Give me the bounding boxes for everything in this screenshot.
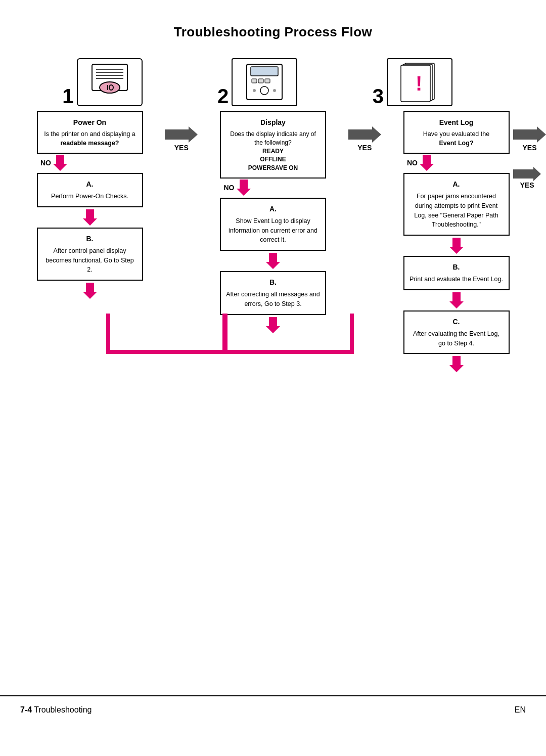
svg-marker-30 [449,292,464,308]
col3-box-b: B. Print and evaluate the Event Log. [403,256,510,290]
col3-title: Event Log [410,117,504,128]
col1-b-label: B. [43,234,137,244]
col3-arrow3 [449,292,464,308]
col3-b-text: Print and evaluate the Event Log. [410,275,504,284]
col3: Event Log Have you evaluated theEvent Lo… [402,111,511,374]
display-icon [242,62,287,103]
yes-arrow-3-final [513,167,541,181]
col2-b-text: After correcting all messages and errors… [226,290,320,309]
col2: Display Does the display indicate any of… [219,111,328,374]
step2-icon-box [232,58,297,106]
yes-label-23: YES [357,144,372,152]
svg-marker-23 [165,126,198,143]
yes-arrow-23 [348,126,381,143]
svg-text:!: ! [416,72,422,95]
svg-marker-26 [266,317,280,333]
col3-c-text: After evaluating the Event Log, go to St… [410,329,504,348]
svg-rect-9 [251,67,278,76]
col3-no-label: NO [407,155,434,171]
col2-header-box: Display Does the display indicate any of… [220,111,326,179]
icons-row: 1 [30,58,516,106]
col1-no-label: NO [40,155,67,171]
yes-arrow-12 [165,126,198,143]
footer: 7-4 Troubleshooting EN [0,695,546,723]
gap12: YES [164,111,199,374]
svg-point-14 [253,89,256,92]
col2-no-label: NO [224,180,251,196]
col2-title: Display [226,117,320,128]
footer-left: 7-4 Troubleshooting [20,705,92,715]
svg-rect-11 [258,79,263,83]
yes-label-final: YES [520,181,534,189]
svg-point-15 [273,89,276,92]
svg-marker-24 [237,180,251,196]
printer-icon [82,62,138,103]
svg-marker-27 [348,126,381,143]
col3-a-label: A. [410,179,504,190]
col3-yes-right: YES [513,167,541,189]
svg-marker-39 [513,167,541,181]
col2-arrow3 [266,317,280,333]
col2-box-a: A. Show Event Log to display information… [220,198,326,251]
col3-arrow2 [449,238,464,254]
col3-box-a: A. For paper jams encountered during att… [403,173,510,236]
step2-number: 2 [217,86,229,106]
col1-title: Power On [43,117,137,128]
col1-arrow2 [83,209,97,226]
yes-arrow-3-right: YES [513,126,546,152]
col3-box-c: C. After evaluating the Event Log, go to… [403,310,510,354]
col1-a-label: A. [43,179,137,190]
book-icon: ! [397,60,442,105]
col2-question: Does the display indicate any of the fol… [226,130,320,172]
svg-marker-22 [83,283,97,299]
svg-marker-20 [53,155,67,171]
step3-icon-box: ! [387,58,452,106]
svg-marker-29 [449,238,464,254]
svg-marker-25 [266,253,280,269]
svg-marker-32 [513,126,546,143]
svg-rect-10 [252,79,257,83]
col2-a-text: Show Event Log to display information on… [226,216,320,245]
col2-box-b: B. After correcting all messages and err… [220,271,326,315]
step2-icon-block: 2 [217,58,329,106]
col3-arrow4 [449,356,464,372]
flow-diagram: Power On Is the printer on and displayin… [30,111,516,374]
col3-b-label: B. [410,262,504,273]
col1-down-arrow [53,155,67,171]
col3-question: Have you evaluated theEvent Log? [410,130,504,148]
col2-b-label: B. [226,277,320,288]
gap23: YES [347,111,382,374]
svg-marker-21 [83,209,97,226]
col1-question: Is the printer on and displaying a reada… [43,130,137,148]
footer-section: Troubleshooting [34,705,92,714]
diagram-wrapper: 1 [30,58,516,374]
col1-box-b: B. After control panel display becomes f… [37,228,143,281]
footer-lang: EN [515,705,526,715]
col1-b-text: After control panel display becomes func… [43,246,137,275]
col1: Power On Is the printer on and displayin… [35,111,144,374]
step3-icon-block: 3 ! [373,58,484,106]
step1-icon-box [77,58,143,106]
col2-a-label: A. [226,204,320,214]
yes-arrow-right-3 [513,126,546,143]
col1-header-box: Power On Is the printer on and displayin… [37,111,143,154]
svg-marker-31 [449,356,464,372]
page-title: Troubleshooting Process Flow [0,0,546,55]
svg-point-13 [260,86,268,95]
col2-arrow2 [266,253,280,269]
col3-header-box: Event Log Have you evaluated theEvent Lo… [403,111,510,154]
footer-page: 7-4 [20,705,32,714]
main-content: Troubleshooting Process Flow 1 [0,0,546,723]
col3-down-arrow [420,155,434,171]
step1-number: 1 [62,86,73,106]
step1-icon-block: 1 [62,58,173,106]
cols-container: Power On Is the printer on and displayin… [30,111,516,374]
col1-arrow3 [83,283,97,299]
svg-rect-12 [265,79,270,83]
col3-c-label: C. [410,317,504,327]
col3-a-text: For paper jams encountered during attemp… [410,192,504,230]
yes-label-3: YES [522,144,536,152]
svg-marker-28 [420,155,434,171]
col2-down-arrow [237,180,251,196]
step3-number: 3 [373,86,384,106]
